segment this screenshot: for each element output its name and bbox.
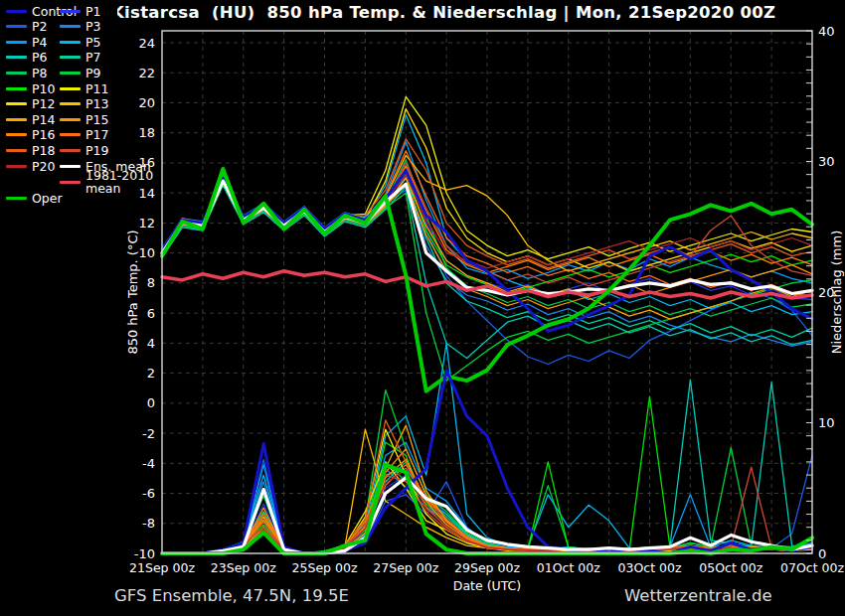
legend-item-p17-swatch — [60, 133, 81, 136]
right-tick-label: 30 — [818, 154, 835, 169]
legend-item-p6-swatch — [6, 56, 27, 59]
legend-item-p16-label: P16 — [32, 128, 55, 141]
legend-item-p7-label: P7 — [85, 51, 101, 64]
legend-item-p20-label: P20 — [32, 160, 55, 173]
legend-item-p15-label: P15 — [85, 113, 108, 126]
legend-item-p16-swatch — [6, 133, 27, 136]
model-info-text: GFS Ensemble, 47.5N, 19.5E — [114, 586, 349, 605]
x-tick-label: 29Sep 00z — [454, 560, 520, 575]
right-tick-label: 40 — [818, 24, 835, 39]
legend-item-p6: P6 — [6, 51, 48, 65]
legend-item-p4-label: P4 — [32, 36, 48, 49]
x-axis-label: Date (UTC) — [453, 578, 521, 593]
left-tick-label: 20 — [138, 95, 155, 110]
legend-item-p3: P3 — [60, 20, 101, 34]
legend-item-p3-label: P3 — [85, 20, 101, 33]
x-tick-label: 03Oct 00z — [618, 560, 682, 575]
legend-item-p3-swatch — [60, 25, 81, 28]
right-tick-label: 10 — [818, 415, 835, 430]
legend-item-p5-label: P5 — [85, 36, 101, 49]
left-tick-label: 24 — [138, 36, 155, 51]
legend-item-p2-swatch — [6, 25, 27, 28]
legend-item-p1: P1 — [60, 4, 101, 18]
legend-item-p13-label: P13 — [85, 97, 108, 110]
left-tick-label: 10 — [138, 245, 155, 260]
legend-item-p9-label: P9 — [85, 67, 101, 79]
left-tick-label: 22 — [138, 66, 155, 80]
left-axis-label: 850 hPa Temp. (°C) — [125, 230, 140, 354]
legend-item-p10-swatch — [6, 87, 27, 90]
legend: ControlP2P4P6P8P10P12P14P16P18P20OperP1P… — [0, 0, 117, 225]
legend-item-p5: P5 — [60, 35, 101, 49]
legend-item-p2-label: P2 — [32, 20, 48, 33]
legend-item-1981-2010-label: 1981-2010mean — [85, 169, 153, 195]
left-tick-label: 8 — [147, 275, 155, 290]
left-tick-label: -4 — [142, 456, 155, 471]
left-tick-label: -8 — [142, 516, 155, 531]
right-tick-label: 0 — [818, 546, 826, 561]
legend-item-p7: P7 — [60, 51, 101, 65]
legend-item-oper-label: Oper — [32, 192, 63, 205]
legend-item-p13-swatch — [60, 102, 81, 105]
x-tick-label: 23Sep 00z — [211, 560, 276, 575]
left-tick-label: -6 — [142, 486, 155, 501]
legend-item-p15: P15 — [60, 112, 108, 126]
left-tick-label: 18 — [138, 125, 155, 140]
x-tick-label: 05Oct 00z — [699, 560, 762, 575]
legend-item-p14-swatch — [6, 118, 27, 121]
legend-item-p17-label: P17 — [85, 128, 108, 141]
legend-item-p19-swatch — [60, 149, 81, 152]
legend-item-oper: Oper — [6, 191, 63, 205]
legend-item-p12-label: P12 — [32, 97, 55, 110]
legend-item-p17: P17 — [60, 128, 108, 142]
legend-item-p10: P10 — [6, 81, 55, 95]
legend-item-p20-swatch — [6, 165, 27, 168]
legend-item-p8: P8 — [6, 66, 48, 79]
legend-item-ens-mean-swatch — [60, 165, 81, 168]
legend-item-p12: P12 — [6, 97, 55, 111]
legend-item-p19-label: P19 — [85, 144, 108, 157]
left-tick-label: -2 — [142, 426, 155, 441]
legend-item-p10-label: P10 — [32, 82, 55, 95]
legend-item-p13: P13 — [60, 97, 108, 111]
x-tick-label: 01Oct 00z — [537, 560, 600, 575]
x-tick-label: 07Oct 00z — [780, 560, 844, 575]
legend-item-p18-swatch — [6, 149, 27, 152]
legend-item-p11-label: P11 — [85, 82, 108, 95]
legend-item-p20: P20 — [6, 159, 55, 173]
legend-item-1981-2010: 1981-2010mean — [60, 175, 153, 189]
series-p9-temp-line — [162, 184, 812, 381]
left-tick-label: 0 — [147, 395, 155, 410]
legend-item-p4-swatch — [6, 41, 27, 44]
legend-item-p5-swatch — [60, 41, 81, 44]
legend-item-p16: P16 — [6, 128, 55, 142]
legend-item-p4: P4 — [6, 35, 48, 49]
watermark-text: Wetterzentrale.de — [624, 586, 772, 605]
legend-item-p14-label: P14 — [32, 113, 55, 126]
left-tick-label: 4 — [147, 336, 155, 351]
legend-item-p15-swatch — [60, 118, 81, 121]
legend-item-p8-swatch — [6, 72, 27, 75]
x-tick-label: 21Sep 00z — [129, 560, 195, 575]
meteogram-page: 242220181614121086420-2-4-6-8-1040302010… — [0, 0, 845, 616]
legend-item-control-swatch — [6, 10, 27, 13]
left-tick-label: 6 — [147, 306, 155, 321]
legend-item-p9: P9 — [60, 66, 101, 79]
legend-item-p1-label: P1 — [85, 5, 101, 18]
right-axis-label: Niederschlag (mm) — [829, 231, 844, 355]
legend-item-p11: P11 — [60, 81, 108, 95]
left-tick-label: -10 — [134, 546, 155, 561]
legend-item-oper-swatch — [6, 197, 27, 200]
legend-item-p14: P14 — [6, 112, 55, 126]
legend-item-p11-swatch — [60, 87, 81, 90]
legend-item-p6-label: P6 — [32, 51, 48, 64]
legend-item-p8-label: P8 — [32, 67, 48, 79]
legend-item-p18: P18 — [6, 143, 55, 157]
legend-item-p2: P2 — [6, 20, 48, 34]
legend-item-1981-2010-swatch — [60, 181, 81, 184]
x-tick-label: 25Sep 00z — [292, 560, 358, 575]
legend-item-p12-swatch — [6, 102, 27, 105]
legend-item-p7-swatch — [60, 56, 81, 59]
legend-item-p9-swatch — [60, 72, 81, 75]
page-title: Kistarcsa (HU) 850 hPa Temp. & Niedersch… — [111, 3, 775, 22]
